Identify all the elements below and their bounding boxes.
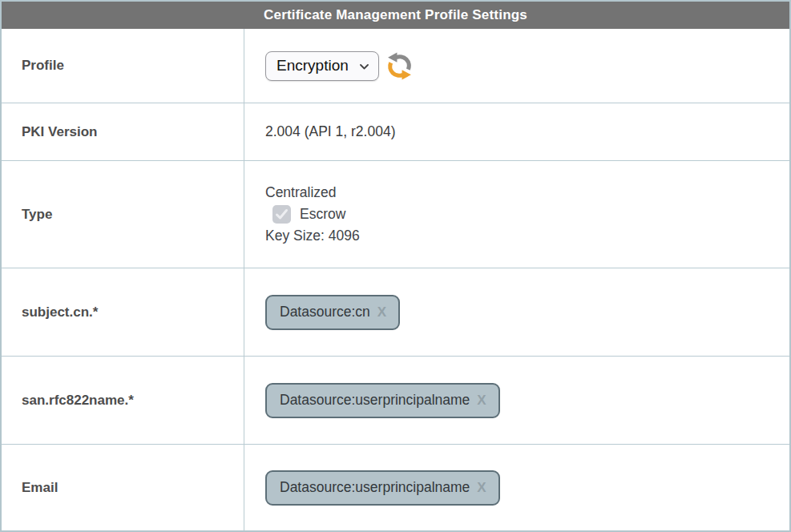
remove-icon[interactable]: X: [477, 480, 486, 496]
type-label: Type: [2, 161, 244, 268]
chip-label: Datasource:userprincipalname: [280, 392, 470, 409]
row-type: Type Centralized Escrow Key Size: 4096: [2, 161, 789, 268]
profile-select-value: Encryption: [276, 57, 349, 75]
page-title: Certificate Management Profile Settings: [2, 2, 789, 29]
row-email: Email Datasource:userprincipalname X: [2, 445, 789, 530]
refresh-icon[interactable]: [385, 52, 414, 80]
pki-version-label: PKI Version: [2, 103, 244, 160]
escrow-checkbox[interactable]: [272, 205, 291, 224]
key-size-text: Key Size: 4096: [265, 228, 360, 244]
remove-icon[interactable]: X: [477, 393, 486, 409]
row-pki-version: PKI Version 2.004 (API 1, r2.004): [2, 103, 789, 161]
chevron-down-icon: [360, 64, 369, 70]
profile-select[interactable]: Encryption: [265, 51, 379, 81]
email-label: Email: [2, 445, 244, 530]
type-mode-text: Centralized: [265, 184, 360, 201]
pki-version-value: 2.004 (API 1, r2.004): [265, 123, 395, 140]
row-san-rfc822name: san.rfc822name.* Datasource:userprincipa…: [2, 357, 789, 445]
chip-label: Datasource:userprincipalname: [280, 479, 470, 496]
profile-value-cell: Encryption: [244, 29, 789, 103]
profile-label: Profile: [2, 29, 244, 103]
row-profile: Profile Encryption: [2, 29, 789, 103]
chip-label: Datasource:cn: [280, 304, 370, 320]
remove-icon[interactable]: X: [377, 304, 386, 320]
san-rfc822name-chip[interactable]: Datasource:userprincipalname X: [265, 383, 500, 418]
certificate-settings-table: Certificate Management Profile Settings …: [0, 0, 791, 532]
escrow-label: Escrow: [300, 206, 345, 223]
san-rfc822name-label: san.rfc822name.*: [2, 357, 244, 444]
row-subject-cn: subject.cn.* Datasource:cn X: [2, 268, 789, 357]
email-chip[interactable]: Datasource:userprincipalname X: [265, 470, 500, 506]
subject-cn-label: subject.cn.*: [2, 268, 244, 356]
subject-cn-chip[interactable]: Datasource:cn X: [265, 295, 400, 330]
checkmark-icon: [275, 208, 289, 220]
